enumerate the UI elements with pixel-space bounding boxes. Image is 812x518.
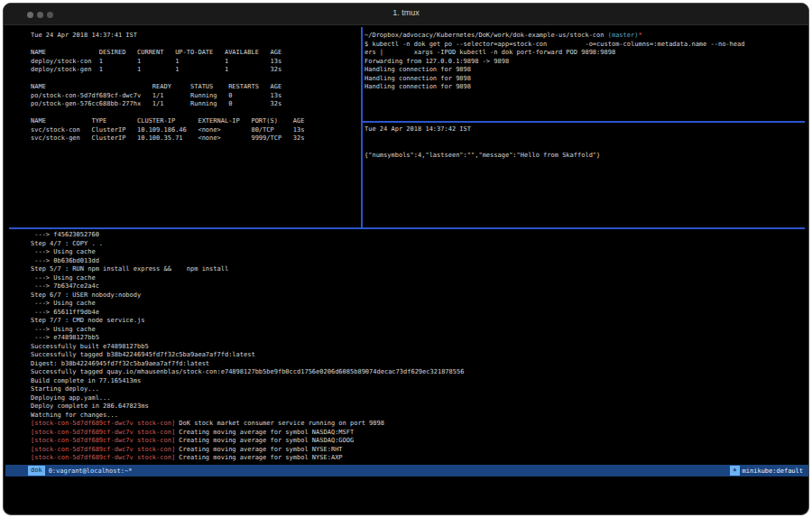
terminal-line: Tue 24 Apr 2018 14:37:41 IST — [31, 32, 355, 41]
terminal-line — [364, 143, 805, 152]
terminal-line: ---> f45623052760 — [31, 231, 805, 240]
terminal-line: [stock-con-5d7df689cf-dwc7v stock-con] C… — [31, 454, 805, 463]
terminal-line: Successfully tagged quay.io/mhausenblas/… — [31, 368, 805, 377]
pane-border-horizontal-full[interactable] — [9, 227, 805, 229]
tmux-status-bar: dok 0:vagrant@localhost:~* ⎈ minikube:de… — [5, 465, 808, 476]
text-segment: Deploy complete in 286.647823ms — [31, 402, 149, 410]
terminal-line: [stock-con-5d7df689cf-dwc7v stock-con] C… — [31, 446, 805, 455]
terminal-line: [stock-con-5d7df689cf-dwc7v stock-con] C… — [31, 437, 805, 446]
pane-kubectl-watch[interactable]: Tue 24 Apr 2018 14:37:41 IST NAME DESIRE… — [31, 32, 355, 228]
text-segment: [stock-con-5d7df689cf-dwc7v stock-con] — [31, 437, 175, 444]
terminal-line: ---> 7b6347ce2a4c — [31, 282, 805, 291]
text-segment: Handling connection for 9898 — [364, 66, 471, 73]
terminal-line: Successfully built e74898127bb5 — [31, 343, 805, 352]
terminal-line: $ kubectl -n dok get po --selector=app=s… — [364, 41, 805, 50]
text-segment: Creating moving average for symbol NASDA… — [175, 429, 354, 436]
terminal-window: 1. tmux Tue 24 Apr 2018 14:37:41 IST NAM… — [3, 3, 809, 515]
pane-curl-output[interactable]: Tue 24 Apr 2018 14:37:42 IST {"numsymbol… — [364, 125, 805, 225]
text-segment: po/stock-con-5d7df689cf-dwc7v 1/1 Runnin… — [31, 92, 281, 99]
text-segment: {"numsymbols":4,"lastseen":"","message":… — [364, 152, 600, 159]
text-segment: [stock-con-5d7df689cf-dwc7v stock-con] — [31, 420, 175, 427]
terminal-line: po/stock-gen-576cc688bb-277hx 1/1 Runnin… — [31, 100, 355, 109]
window-title: 1. tmux — [4, 8, 808, 17]
terminal-line — [31, 109, 355, 118]
terminal-line: Starting deploy... — [31, 385, 805, 394]
terminal-line: Forwarding from 127.0.0.1:9898 -> 9898 — [364, 58, 805, 67]
window-label[interactable]: 0:vagrant@localhost:~* — [49, 467, 133, 475]
text-segment: (master) — [608, 32, 639, 39]
terminal-line — [364, 134, 805, 143]
text-segment: svc/stock-con ClusterIP 10.109.186.46 <n… — [31, 126, 304, 134]
terminal-line: ---> 65611ff9db4e — [31, 309, 805, 318]
text-segment: deploy/stock-gen 1 1 1 1 32s — [31, 66, 281, 73]
terminal-line: Handling connection for 9898 — [364, 66, 805, 75]
terminal-line: deploy/stock-gen 1 1 1 1 32s — [31, 66, 355, 75]
text-segment: ers | xargs -IPOD kubectl -n dok port-fo… — [364, 49, 615, 56]
text-segment: Successfully tagged b38b42246945fd7f32c5… — [31, 351, 255, 358]
terminal-line: po/stock-con-5d7df689cf-dwc7v 1/1 Runnin… — [31, 92, 355, 101]
terminal-line: Tue 24 Apr 2018 14:37:42 IST — [364, 125, 805, 134]
terminal-line: [stock-con-5d7df689cf-dwc7v stock-con] C… — [31, 429, 805, 438]
text-segment: Handling connection for 9898 — [364, 75, 471, 82]
terminal-line: ---> e74898127bb5 — [31, 334, 805, 343]
text-segment: ---> Using cache — [31, 248, 96, 255]
terminal-line: Digest: b38b42246945fd7f32c5ba9aea7af7fd… — [31, 360, 805, 369]
text-segment: Digest: b38b42246945fd7f32c5ba9aea7af7fd… — [31, 360, 209, 367]
text-segment: NAME DESIRED CURRENT UP-TO-DATE AVAILABL… — [31, 49, 281, 56]
terminal-line: Handling connection for 9898 — [364, 75, 805, 84]
terminal-line: Step 6/7 : USER nobody:nobody — [31, 291, 805, 301]
text-segment: ---> Using cache — [31, 274, 96, 282]
text-segment: ---> 0b636bd013dd — [31, 257, 99, 264]
text-segment: Forwarding from 127.0.0.1:9898 -> 9898 — [364, 58, 509, 65]
text-segment: ---> Using cache — [31, 300, 96, 307]
terminal-line: NAME DESIRED CURRENT UP-TO-DATE AVAILABL… — [31, 49, 355, 58]
text-segment: ---> Using cache — [31, 326, 96, 333]
terminal-line: Successfully tagged b38b42246945fd7f32c5… — [31, 351, 805, 360]
text-segment: Creating moving average for symbol NYSE:… — [175, 446, 342, 453]
kube-context-indicator: ⎈ minikube:default — [730, 466, 803, 476]
terminal-line: svc/stock-gen ClusterIP 10.100.35.71 <no… — [31, 134, 355, 143]
text-segment: NAME TYPE CLUSTER-IP EXTERNAL-IP PORT(S)… — [31, 117, 304, 125]
text-segment: svc/stock-gen ClusterIP 10.100.35.71 <no… — [31, 134, 304, 142]
terminal-line: Deploying app.yaml... — [31, 394, 805, 403]
pane-shell-port-forward[interactable]: ~/Dropbox/advocacy/Kubernetes/DoK/work/d… — [364, 32, 805, 119]
text-segment: deploy/stock-con 1 1 1 1 13s — [31, 58, 281, 65]
text-segment: Watching for changes... — [31, 412, 118, 419]
terminal-line: Build complete in 77.165413ms — [31, 377, 805, 386]
terminal-line: Deploy complete in 286.647823ms — [31, 402, 805, 412]
text-segment: Step 7/7 : CMD node service.js — [31, 317, 144, 324]
pane-border-vertical[interactable] — [361, 27, 363, 227]
text-segment: Tue 24 Apr 2018 14:37:41 IST — [31, 32, 137, 39]
terminal-line: ---> 0b636bd013dd — [31, 257, 805, 266]
kubernetes-icon: ⎈ — [730, 466, 739, 476]
terminal-line: NAME READY STATUS RESTARTS AGE — [31, 83, 355, 92]
pane-skaffold-log[interactable]: ---> f45623052760Step 4/7 : COPY . . ---… — [31, 231, 805, 464]
text-segment: Handling connection for 9898 — [364, 83, 471, 90]
terminal-line: Watching for changes... — [31, 412, 805, 421]
text-segment: Deploying app.yaml... — [31, 394, 111, 402]
terminal-line: ---> Using cache — [31, 248, 805, 257]
text-segment: NAME READY STATUS RESTARTS AGE — [31, 83, 281, 90]
window-titlebar: 1. tmux — [4, 4, 808, 25]
terminal-line: svc/stock-con ClusterIP 10.109.186.46 <n… — [31, 126, 355, 135]
terminal-line: [stock-con-5d7df689cf-dwc7v stock-con] D… — [31, 420, 805, 429]
terminal-line: Step 4/7 : COPY . . — [31, 240, 805, 249]
text-segment: Step 5/7 : RUN npm install express && np… — [31, 265, 228, 273]
text-segment: [stock-con-5d7df689cf-dwc7v stock-con] — [31, 429, 175, 436]
text-segment: Step 6/7 : USER nobody:nobody — [31, 291, 141, 299]
terminal-line: NAME TYPE CLUSTER-IP EXTERNAL-IP PORT(S)… — [31, 117, 355, 126]
text-segment: Successfully built e74898127bb5 — [31, 343, 149, 350]
text-segment: Creating moving average for symbol NYSE:… — [175, 454, 342, 461]
text-segment: [stock-con-5d7df689cf-dwc7v stock-con] — [31, 454, 175, 461]
kube-context-label: minikube:default — [743, 467, 803, 475]
pane-border-horizontal-right[interactable] — [362, 121, 805, 123]
text-segment: Step 4/7 : COPY . . — [31, 240, 103, 247]
session-name-badge[interactable]: dok — [28, 466, 45, 476]
terminal-line: ---> Using cache — [31, 326, 805, 335]
text-segment: * — [638, 32, 641, 39]
terminal-line: Step 7/7 : CMD node service.js — [31, 317, 805, 326]
terminal-line: ---> Using cache — [31, 274, 805, 283]
text-segment: Build complete in 77.165413ms — [31, 377, 141, 384]
text-segment: Successfully tagged quay.io/mhausenblas/… — [31, 368, 464, 375]
text-segment: ---> f45623052760 — [31, 231, 99, 238]
